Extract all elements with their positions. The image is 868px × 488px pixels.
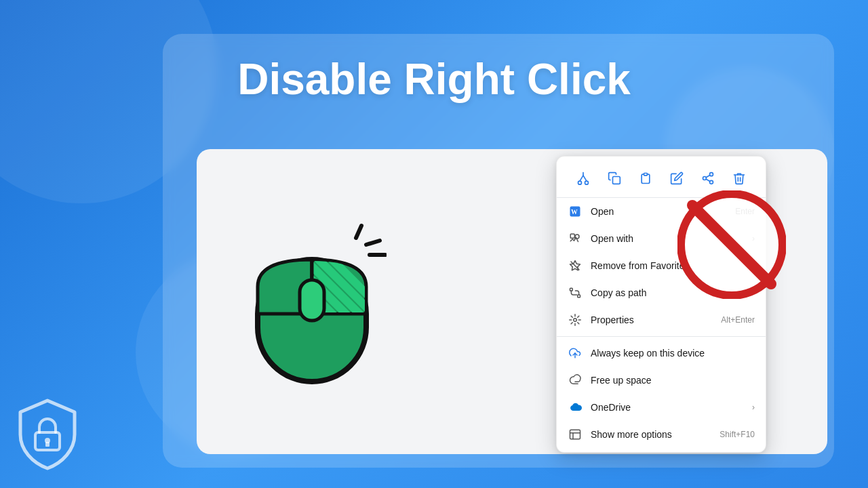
context-menu: W Open Enter Open with › Remove from Fav… bbox=[556, 156, 766, 453]
svg-rect-22 bbox=[570, 234, 574, 238]
shield-lock-icon bbox=[14, 397, 81, 474]
cut-icon[interactable] bbox=[571, 166, 595, 190]
svg-rect-37 bbox=[45, 442, 50, 447]
onedrive-icon bbox=[568, 400, 583, 415]
paste-icon[interactable] bbox=[633, 166, 658, 190]
svg-line-18 bbox=[706, 179, 710, 181]
cloud-icon bbox=[568, 373, 583, 388]
svg-line-19 bbox=[706, 175, 710, 177]
menu-item-onedrive[interactable]: OneDrive › bbox=[557, 394, 766, 421]
svg-line-9 bbox=[366, 241, 380, 245]
open-with-icon bbox=[568, 231, 583, 246]
content-area: W Open Enter Open with › Remove from Fav… bbox=[197, 149, 827, 454]
no-symbol-overlay bbox=[677, 190, 786, 299]
properties-label: Properties bbox=[591, 314, 715, 325]
copy-icon[interactable] bbox=[602, 166, 627, 190]
svg-rect-7 bbox=[300, 280, 324, 321]
show-more-label: Show more options bbox=[591, 429, 714, 440]
star-icon bbox=[568, 258, 583, 273]
properties-shortcut: Alt+Enter bbox=[721, 315, 755, 325]
word-icon: W bbox=[568, 204, 583, 219]
svg-point-28 bbox=[574, 319, 577, 322]
svg-rect-14 bbox=[644, 174, 648, 176]
more-icon bbox=[568, 427, 583, 442]
menu-item-always-keep[interactable]: Always keep on this device bbox=[557, 340, 766, 367]
svg-line-8 bbox=[356, 226, 361, 238]
svg-rect-30 bbox=[570, 430, 580, 439]
mouse-illustration bbox=[237, 205, 387, 398]
menu-item-free-space[interactable]: Free up space bbox=[557, 367, 766, 394]
onedrive-label: OneDrive bbox=[591, 402, 752, 413]
menu-item-properties[interactable]: Properties Alt+Enter bbox=[557, 306, 766, 333]
onedrive-arrow: › bbox=[752, 403, 755, 412]
free-space-label: Free up space bbox=[591, 375, 755, 386]
show-more-shortcut: Shift+F10 bbox=[719, 430, 755, 439]
menu-item-show-more[interactable]: Show more options Shift+F10 bbox=[557, 421, 766, 448]
share-icon[interactable] bbox=[696, 166, 720, 190]
cloud-sync-icon bbox=[568, 346, 583, 361]
always-keep-label: Always keep on this device bbox=[591, 348, 755, 359]
delete-icon[interactable] bbox=[727, 166, 751, 190]
rename-icon[interactable] bbox=[665, 166, 689, 190]
page-title: Disable Right Click bbox=[237, 54, 631, 104]
menu-divider-1 bbox=[557, 336, 766, 337]
path-icon bbox=[568, 285, 583, 300]
svg-rect-13 bbox=[613, 177, 620, 184]
properties-icon bbox=[568, 312, 583, 327]
svg-text:W: W bbox=[571, 208, 578, 216]
